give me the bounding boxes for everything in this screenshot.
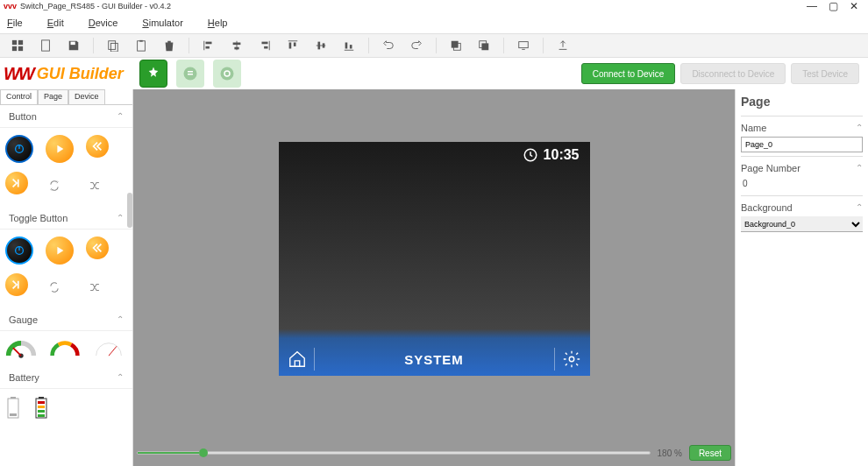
palette-shuffle-button[interactable] xyxy=(81,172,109,200)
scrollbar[interactable] xyxy=(127,193,132,228)
app-logo-icon: vvv xyxy=(4,2,17,11)
disconnect-device-button[interactable]: Disconnect to Device xyxy=(680,63,786,84)
prop-background-header[interactable]: Background⌃ xyxy=(741,195,863,215)
palette-gauge-1[interactable] xyxy=(5,338,37,359)
section-toggle[interactable]: Toggle Button⌃ xyxy=(0,207,132,229)
svg-rect-54 xyxy=(38,414,45,417)
palette-repeat-button[interactable] xyxy=(40,172,68,200)
zoom-slider[interactable] xyxy=(137,451,651,455)
menu-simulator[interactable]: Simulator xyxy=(142,18,182,28)
upload-icon[interactable] xyxy=(551,35,575,56)
grid-icon[interactable] xyxy=(5,35,30,56)
props-title: Page xyxy=(741,93,863,112)
align-top-icon[interactable] xyxy=(281,35,305,56)
align-bottom-icon[interactable] xyxy=(337,35,361,56)
gear-icon xyxy=(562,350,581,369)
bring-forward-icon[interactable] xyxy=(444,35,468,56)
svg-rect-15 xyxy=(234,47,238,50)
palette-toggle-repeat[interactable] xyxy=(40,273,68,301)
device-preview[interactable]: 10:35 SYSTEM xyxy=(279,142,590,376)
tab-page[interactable]: Page xyxy=(38,89,68,104)
svg-rect-32 xyxy=(519,42,529,48)
svg-rect-2 xyxy=(12,46,17,51)
brand-logo: WWGUI Builder xyxy=(4,64,124,84)
device-page-label: SYSTEM xyxy=(322,352,547,367)
palette-toggle-power[interactable] xyxy=(5,237,33,265)
svg-rect-9 xyxy=(139,40,143,42)
palette-next-button[interactable] xyxy=(5,172,28,194)
menu-file[interactable]: File xyxy=(7,18,23,28)
window-title: Switch_Page_RS485 - GUI Builder - v0.4.2 xyxy=(20,2,801,11)
new-file-icon[interactable] xyxy=(33,35,58,56)
svg-rect-5 xyxy=(71,42,75,46)
align-right-icon[interactable] xyxy=(253,35,277,56)
page-number-value: 0 xyxy=(741,175,863,192)
svg-rect-52 xyxy=(38,406,45,408)
svg-rect-53 xyxy=(38,410,45,413)
svg-rect-51 xyxy=(38,401,45,404)
save-icon[interactable] xyxy=(61,35,86,56)
section-button[interactable]: Button⌃ xyxy=(0,105,132,128)
menu-device[interactable]: Device xyxy=(89,18,118,28)
svg-rect-21 xyxy=(294,43,296,46)
palette-gauge-3[interactable] xyxy=(93,338,125,359)
palette-play-button[interactable] xyxy=(46,135,74,163)
svg-rect-47 xyxy=(11,397,16,399)
svg-rect-4 xyxy=(42,40,50,51)
palette-battery-2[interactable] xyxy=(33,396,49,420)
palette-power-button[interactable] xyxy=(5,135,33,163)
minimize-button[interactable]: — xyxy=(801,0,822,12)
clock-icon xyxy=(523,147,538,163)
section-gauge[interactable]: Gauge⌃ xyxy=(0,308,132,331)
page-name-input[interactable] xyxy=(741,137,863,152)
palette-battery-1[interactable] xyxy=(5,396,21,420)
svg-rect-31 xyxy=(481,43,488,50)
palette-toggle-play[interactable] xyxy=(46,237,74,265)
settings-mode-button[interactable] xyxy=(213,60,241,88)
align-left-icon[interactable] xyxy=(196,35,221,56)
tab-device[interactable]: Device xyxy=(68,89,105,104)
undo-icon[interactable] xyxy=(376,35,401,56)
screen-icon[interactable] xyxy=(511,35,536,56)
tab-control[interactable]: Control xyxy=(0,89,38,104)
svg-point-37 xyxy=(220,67,233,81)
copy-icon[interactable] xyxy=(101,35,125,56)
list-mode-button[interactable] xyxy=(176,60,204,88)
svg-rect-14 xyxy=(233,43,241,46)
menu-edit[interactable]: Edit xyxy=(47,18,64,28)
redo-icon[interactable] xyxy=(404,35,429,56)
close-button[interactable]: ✕ xyxy=(843,0,864,12)
svg-rect-0 xyxy=(12,40,17,45)
palette-toggle-rewind[interactable] xyxy=(86,237,109,259)
align-center-h-icon[interactable] xyxy=(224,35,249,56)
svg-rect-12 xyxy=(206,46,210,49)
palette-rewind-button[interactable] xyxy=(86,135,109,158)
prop-number-header[interactable]: Page Number⌃ xyxy=(741,156,863,175)
delete-icon[interactable] xyxy=(157,35,181,56)
test-device-button[interactable]: Test Device xyxy=(791,63,859,84)
paste-icon[interactable] xyxy=(129,35,153,56)
svg-rect-24 xyxy=(323,43,325,47)
zoom-reset-button[interactable]: Reset xyxy=(689,445,731,461)
svg-line-45 xyxy=(109,346,117,356)
svg-rect-23 xyxy=(318,42,321,50)
svg-rect-3 xyxy=(18,46,23,51)
send-backward-icon[interactable] xyxy=(472,35,496,56)
background-select[interactable]: Background_0 xyxy=(741,216,863,232)
svg-rect-17 xyxy=(262,42,268,45)
menu-help[interactable]: Help xyxy=(208,18,228,28)
palette-toggle-shuffle[interactable] xyxy=(81,273,109,301)
palette-toggle-next[interactable] xyxy=(5,273,28,296)
svg-rect-27 xyxy=(350,45,352,48)
prop-name-header[interactable]: Name⌃ xyxy=(741,116,863,135)
svg-rect-48 xyxy=(10,413,17,416)
svg-rect-1 xyxy=(18,40,23,45)
design-mode-button[interactable] xyxy=(139,60,167,88)
svg-rect-20 xyxy=(289,43,292,49)
maximize-button[interactable]: ▢ xyxy=(822,0,843,12)
connect-device-button[interactable]: Connect to Device xyxy=(581,63,676,84)
section-battery[interactable]: Battery⌃ xyxy=(0,366,132,389)
svg-rect-7 xyxy=(110,43,117,52)
align-center-v-icon[interactable] xyxy=(309,35,333,56)
palette-gauge-2[interactable] xyxy=(49,338,81,359)
